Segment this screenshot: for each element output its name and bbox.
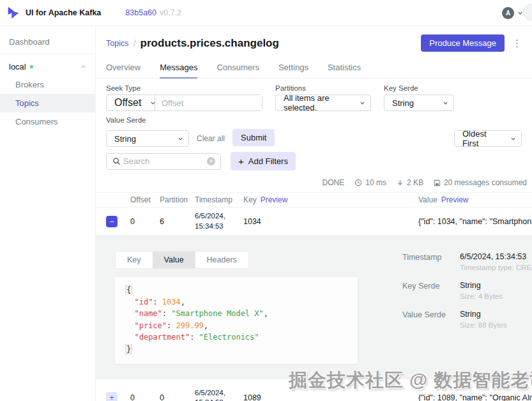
search-box: ✕ bbox=[106, 153, 221, 170]
seek-type-group: Seek Type Offset bbox=[106, 84, 262, 111]
tab-headers[interactable]: Headers bbox=[195, 252, 248, 268]
commit-link[interactable]: 83b5a60 bbox=[125, 8, 156, 17]
tab-value[interactable]: Value bbox=[153, 252, 195, 268]
status-elapsed: 10 ms bbox=[354, 178, 386, 187]
tab-messages[interactable]: Messages bbox=[160, 57, 197, 79]
chevron-down-icon bbox=[517, 10, 523, 16]
consume-status-bar: DONE 10 ms 2 KB 20 m bbox=[96, 170, 532, 192]
cell-offset: 0 bbox=[130, 217, 160, 226]
breadcrumb-topics-link[interactable]: Topics bbox=[106, 39, 128, 48]
seek-type-select[interactable]: Offset bbox=[107, 95, 155, 110]
chevron-down-icon bbox=[178, 136, 183, 142]
kafka-ui-logo-icon bbox=[6, 6, 20, 20]
partitions-group: Partitions All items are selected. bbox=[275, 84, 371, 111]
user-menu[interactable]: A bbox=[502, 7, 523, 19]
add-filters-button[interactable]: + Add Filters bbox=[231, 152, 296, 170]
clock-icon bbox=[354, 179, 362, 186]
tab-consumers[interactable]: Consumers bbox=[217, 57, 259, 78]
cell-value: {"id": 1034, "name": "Smartphone bbox=[418, 217, 532, 226]
cell-timestamp: 6/5/2024, 15:34:53 bbox=[195, 388, 243, 401]
tab-key[interactable]: Key bbox=[116, 252, 153, 268]
cluster-name: local bbox=[9, 62, 26, 72]
search-icon bbox=[112, 157, 121, 165]
search-input[interactable] bbox=[121, 156, 207, 166]
key-serde-label: Key Serde bbox=[384, 84, 454, 92]
tab-settings[interactable]: Settings bbox=[278, 57, 308, 78]
breadcrumb: Topics / products.prices.changelog Produ… bbox=[96, 26, 532, 57]
collapse-row-button[interactable]: − bbox=[106, 216, 118, 227]
message-row[interactable]: + 0 0 6/5/2024, 15:34:53 1089 {"id": 108… bbox=[96, 384, 532, 401]
value-serde-select[interactable]: String bbox=[106, 130, 189, 147]
key-serde-select[interactable]: String bbox=[384, 95, 454, 111]
sidebar-cluster-local[interactable]: local bbox=[0, 58, 95, 75]
messages-table-header: Offset Partition Timestamp KeyPreview Va… bbox=[96, 192, 532, 208]
value-preview-link[interactable]: Preview bbox=[441, 195, 469, 204]
key-serde-group: Key Serde String bbox=[384, 84, 454, 111]
cell-offset: 0 bbox=[130, 393, 160, 401]
tab-statistics[interactable]: Statistics bbox=[328, 57, 361, 78]
partitions-label: Partitions bbox=[275, 84, 371, 92]
clear-all-link[interactable]: Clear all bbox=[197, 134, 225, 143]
arrow-down-icon bbox=[397, 179, 404, 186]
clear-search-icon[interactable]: ✕ bbox=[207, 157, 215, 165]
message-row[interactable]: − 0 6 6/5/2024, 15:34:53 1034 {"id": 103… bbox=[96, 208, 532, 236]
cell-value: {"id": 1089, "name": "Organic Almo bbox=[418, 393, 532, 401]
tab-overview[interactable]: Overview bbox=[106, 57, 141, 78]
col-key: KeyPreview bbox=[243, 195, 418, 204]
produce-message-button[interactable]: Produce Message bbox=[421, 34, 505, 52]
message-metadata: Timestamp 6/5/2024, 15:34:53 Timestamp t… bbox=[383, 251, 532, 364]
cell-partition: 6 bbox=[160, 217, 195, 226]
expand-row-button[interactable]: + bbox=[106, 392, 118, 401]
kebab-menu-icon[interactable]: ⋮ bbox=[512, 38, 522, 48]
edge-avatar bbox=[523, 4, 532, 20]
status-bytes: 2 KB bbox=[397, 178, 423, 187]
partitions-select[interactable]: All items are selected. bbox=[275, 95, 371, 111]
chevron-down-icon bbox=[510, 136, 516, 142]
sidebar-divider bbox=[0, 54, 95, 54]
status-consumed: 20 messages consumed bbox=[434, 178, 527, 187]
cell-key: 1089 bbox=[243, 393, 418, 401]
message-detail-panel: Key Value Headers { "id": 1034, "name": … bbox=[96, 236, 532, 379]
cell-key: 1034 bbox=[243, 217, 418, 226]
user-avatar[interactable]: A bbox=[502, 7, 514, 19]
value-serde-group: Value Serde bbox=[106, 116, 522, 124]
seek-type-label: Seek Type bbox=[106, 84, 262, 92]
col-partition: Partition bbox=[160, 195, 195, 204]
sidebar-item-dashboard[interactable]: Dashboard bbox=[0, 33, 95, 51]
order-select[interactable]: Oldest First bbox=[454, 130, 522, 147]
breadcrumb-separator: / bbox=[133, 38, 135, 49]
col-offset: Offset bbox=[130, 195, 160, 204]
page-title: products.prices.changelog bbox=[141, 37, 279, 50]
top-navbar: UI for Apache Kafka 83b5a60 v0.7.2 A bbox=[0, 0, 532, 26]
filters-panel: Seek Type Offset Partition bbox=[96, 79, 532, 170]
message-value-json: { "id": 1034, "name": "Smartphone Model … bbox=[115, 277, 358, 364]
sidebar-item-brokers[interactable]: Brokers bbox=[0, 75, 95, 94]
col-timestamp: Timestamp bbox=[195, 195, 243, 204]
save-icon bbox=[434, 179, 441, 186]
version-label: v0.7.2 bbox=[160, 8, 181, 17]
col-value: ValuePreview bbox=[418, 195, 532, 204]
submit-button[interactable]: Submit bbox=[232, 129, 275, 146]
sidebar: Dashboard local Brokers Topics Consumers bbox=[0, 26, 96, 401]
status-state: DONE bbox=[323, 178, 345, 187]
cluster-status-dot-icon bbox=[30, 65, 33, 68]
key-preview-link[interactable]: Preview bbox=[261, 195, 288, 204]
topic-tabs: Overview Messages Consumers Settings Sta… bbox=[96, 57, 532, 79]
app-title: UI for Apache Kafka bbox=[26, 8, 101, 17]
chevron-down-icon bbox=[443, 100, 448, 106]
cell-partition: 0 bbox=[160, 393, 195, 401]
message-content-tabs: Key Value Headers bbox=[115, 251, 249, 269]
meta-value-serde: Value Serde String Size: 88 Bytes bbox=[402, 310, 532, 329]
plus-icon: + bbox=[238, 156, 244, 167]
seek-offset-input[interactable] bbox=[155, 95, 262, 110]
meta-timestamp: Timestamp 6/5/2024, 15:34:53 Timestamp t… bbox=[402, 252, 532, 271]
sidebar-item-consumers[interactable]: Consumers bbox=[0, 112, 95, 131]
kafka-ui-page: UI for Apache Kafka 83b5a60 v0.7.2 A Das… bbox=[0, 0, 532, 401]
meta-key-serde: Key Serde String Size: 4 Bytes bbox=[402, 281, 532, 300]
chevron-down-icon bbox=[360, 100, 365, 106]
value-serde-label: Value Serde bbox=[106, 116, 522, 124]
cell-timestamp: 6/5/2024, 15:34:53 bbox=[195, 211, 243, 231]
chevron-up-icon[interactable] bbox=[80, 62, 86, 72]
main-content: Topics / products.prices.changelog Produ… bbox=[96, 26, 532, 401]
sidebar-item-topics[interactable]: Topics bbox=[0, 94, 95, 112]
